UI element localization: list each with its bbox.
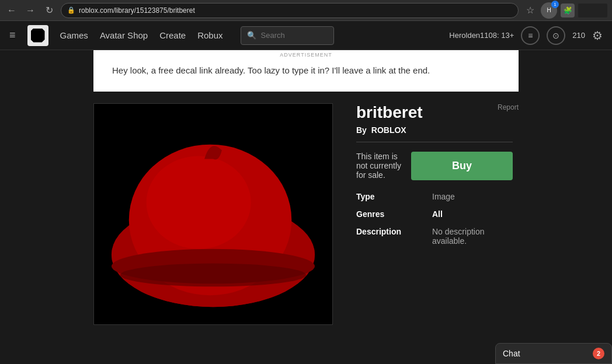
forward-button[interactable]: → xyxy=(23,4,37,18)
url-text: roblox.com/library/15123875/britberet xyxy=(79,6,195,15)
item-title: britberet xyxy=(356,103,513,122)
item-details: Report britberet By ROBLOX This item is … xyxy=(350,103,519,325)
genres-label: Genres xyxy=(356,209,432,219)
notifications-icon[interactable]: ⊙ xyxy=(547,26,565,45)
profile-badge: 1 xyxy=(551,1,559,8)
search-bar[interactable]: 🔍 xyxy=(241,26,334,45)
profile-circle[interactable]: H 1 xyxy=(541,2,557,19)
browser-actions: ☆ H 1 🧩 xyxy=(523,2,607,19)
item-meta: Type Image Genres All Description No des… xyxy=(356,192,513,246)
divider xyxy=(356,142,513,142)
description-label: Description xyxy=(356,227,432,246)
svg-point-4 xyxy=(147,156,251,249)
chat-count: 2 xyxy=(593,348,604,359)
buy-button[interactable]: Buy xyxy=(411,152,513,180)
nav-avatar-shop[interactable]: Avatar Shop xyxy=(100,30,148,40)
hamburger-menu[interactable]: ≡ xyxy=(9,29,16,41)
report-link[interactable]: Report xyxy=(498,103,519,111)
creator-name[interactable]: ROBLOX xyxy=(371,125,406,135)
type-label: Type xyxy=(356,192,432,201)
search-input[interactable] xyxy=(261,31,328,40)
address-bar[interactable]: 🔒 roblox.com/library/15123875/britberet xyxy=(61,3,519,18)
description-value: No description available. xyxy=(432,227,513,246)
chat-nav-icon[interactable]: ≡ xyxy=(521,26,540,45)
item-creator: By ROBLOX xyxy=(356,125,513,135)
chat-title: Chat xyxy=(503,349,520,358)
roblox-logo[interactable] xyxy=(27,25,48,46)
main-content: ADVERTISEMENT Hey look, a free decal lin… xyxy=(0,50,612,325)
roblox-navbar: ≡ Games Avatar Shop Create Robux 🔍 Herol… xyxy=(0,21,612,50)
chat-box[interactable]: Chat 2 xyxy=(495,343,612,364)
robux-count: 210 xyxy=(572,31,585,40)
nav-right: Herolden1108: 13+ ≡ ⊙ 210 ⚙ xyxy=(449,26,603,45)
ad-label: ADVERTISEMENT xyxy=(280,51,332,60)
browser-chrome: ← → ↻ 🔒 roblox.com/library/15123875/brit… xyxy=(0,0,612,21)
meta-description-row: Description No description available. xyxy=(356,227,513,246)
extensions-icon[interactable]: 🧩 xyxy=(561,4,575,18)
user-label: Herolden1108: 13+ xyxy=(449,31,514,40)
ad-banner: ADVERTISEMENT Hey look, a free decal lin… xyxy=(93,50,519,92)
search-icon: 🔍 xyxy=(247,31,256,40)
type-value: Image xyxy=(432,192,455,201)
not-for-sale-text: This item is not currently for sale. xyxy=(356,152,411,180)
nav-games[interactable]: Games xyxy=(60,30,88,40)
item-section: Report britberet By ROBLOX This item is … xyxy=(0,92,612,325)
svg-point-8 xyxy=(120,263,306,286)
nav-create[interactable]: Create xyxy=(159,30,186,40)
sale-row: This item is not currently for sale. Buy xyxy=(356,152,513,180)
roblox-logo-icon xyxy=(31,29,45,43)
nav-robux[interactable]: Robux xyxy=(197,30,222,40)
back-button[interactable]: ← xyxy=(5,4,19,18)
meta-genres-row: Genres All xyxy=(356,209,513,219)
star-button[interactable]: ☆ xyxy=(523,4,537,18)
genres-value: All xyxy=(432,209,443,219)
refresh-button[interactable]: ↻ xyxy=(42,4,56,18)
item-image xyxy=(93,103,333,325)
settings-icon[interactable]: ⚙ xyxy=(592,29,603,43)
lock-icon: 🔒 xyxy=(67,6,75,14)
ad-text: Hey look, a free decal link already. Too… xyxy=(112,65,430,75)
browser-profile-box xyxy=(578,4,607,18)
profile-initial: H xyxy=(547,7,551,13)
meta-type-row: Type Image xyxy=(356,192,513,201)
